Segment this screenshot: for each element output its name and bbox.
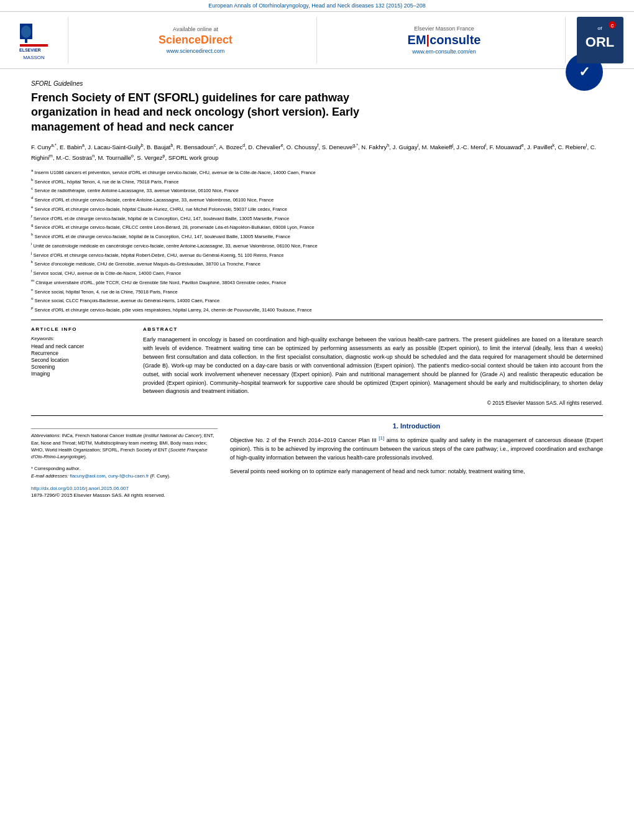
abbreviations-block: Abbreviations: INCa, French National Can… [31,428,218,460]
affil-d: d Service d'ORL et chirurgie cervico-fac… [31,195,603,203]
email-link-2[interactable]: cuny-f@chu-caen.fr [108,473,149,479]
bottom-section: Abbreviations: INCa, French National Can… [31,415,603,498]
svg-text:✓: ✓ [579,64,590,80]
doi-block: http://dx.doi.org/10.1016/j.anorl.2015.0… [31,486,218,491]
em-url: www.em-consulte.com/en [412,48,476,55]
kw-head-neck: Head and neck cancer [31,343,131,349]
svg-point-3 [21,25,31,38]
email-line: E-mail addresses: flacuny@aol.com, cuny-… [31,473,218,479]
intro-para-2: Several points need working on to optimi… [230,468,603,476]
svg-text:ELSEVIER: ELSEVIER [19,48,41,52]
intro-heading: 1. Introduction [230,422,603,430]
journal-header: European Annals of Otorhinolaryngology, … [0,0,634,12]
svg-text:of: of [597,25,602,31]
article-info-col: ARTICLE INFO Keywords: Head and neck can… [31,326,131,407]
abstract-text: Early management in oncology is based on… [143,336,603,397]
affil-g: g Service d'ORL et chirurgie cervico-fac… [31,222,603,231]
section-label: SFORL Guidelines [31,80,603,87]
keywords-label: Keywords: [31,336,131,341]
masson-label: MASSON [23,55,45,60]
footnotes-intro-section: Abbreviations: INCa, French National Can… [31,422,603,498]
orl-logo: of ORL C [577,17,623,63]
affil-k: k Service d'oncologie médicale, CHU de G… [31,259,603,267]
corresponding-text: * Corresponding author. [31,465,218,472]
publisher-strip: ELSEVIER MASSON Available online at Scie… [0,12,634,69]
journal-title-link[interactable]: European Annals of Otorhinolaryngology, … [208,2,426,9]
affil-o: o Service social, CLCC François-Baclesse… [31,295,603,304]
affil-n: n Service social, hôpital Tenon, 4, rue … [31,287,603,295]
sciencedirect-box: Available online at ScienceDirect www.sc… [75,17,317,63]
copyright-line: © 2015 Elsevier Masson SAS. All rights r… [143,400,603,406]
elsevier-masson-france-label: Elsevier Masson France [414,25,474,32]
corresponding-block: * Corresponding author. E-mail addresses… [31,465,218,479]
available-online-text: Available online at [173,26,218,32]
kw-recurrence: Recurrence [31,350,131,356]
kw-imaging: Imaging [31,371,131,377]
abstract-title: ABSTRACT [143,326,603,332]
issn-block: 1879-7296/© 2015 Elsevier Masson SAS. Al… [31,492,218,498]
sciencedirect-url: www.sciencedirect.com [167,48,225,54]
orl-logo-box: of ORL C [572,17,628,63]
kw-second-location: Second location [31,357,131,363]
article-info-title: ARTICLE INFO [31,326,131,332]
affil-f: f Service d'ORL et de chirurgie cervico-… [31,213,603,222]
intro-col: 1. Introduction Objective No. 2 of the F… [230,422,603,498]
affiliations-block: a Inserm U1086 cancers et prévention, se… [31,167,603,313]
authors-line: F. Cunya,*, E. Babina, J. Lacau-Saint-Gu… [31,142,603,162]
abbreviations-text: Abbreviations: INCa, French National Can… [31,432,218,460]
main-content: SFORL Guidelines ✓ French Society of ENT… [0,69,634,510]
orl-logo-svg: of ORL C [578,19,622,62]
intro-text-2: Several points need working on to optimi… [230,468,603,476]
affil-i: i Unité de cancérologie médicale en canc… [31,241,603,249]
email-link-1[interactable]: flacuny@aol.com [70,473,106,479]
abstract-col: ABSTRACT Early management in oncology is… [143,326,603,407]
em-brand: EM|consulte [408,33,481,47]
svg-text:C: C [610,24,613,28]
svg-rect-4 [25,38,27,43]
kw-screening: Screening [31,364,131,370]
affil-a: a Inserm U1086 cancers et prévention, se… [31,167,603,176]
affil-h: h Service d'ORL et de chirurgie cervico-… [31,231,603,240]
elsevier-logo-svg: ELSEVIER [17,21,51,55]
elsevier-masson-logo-box: ELSEVIER MASSON [6,17,68,63]
svg-rect-5 [20,44,48,47]
affil-e: e Service d'ORL et chirurgie cervico-fac… [31,204,603,213]
svg-text:ORL: ORL [586,34,614,50]
affil-l: l Service social, CHU, avenue de la Côte… [31,268,603,277]
affil-b: b Service d'ORL, hôpital Tenon, 4, rue d… [31,177,603,185]
info-abstract-section: ARTICLE INFO Keywords: Head and neck can… [31,326,603,407]
sciencedirect-brand: ScienceDirect [158,34,232,47]
affil-p: p Service d'ORL et chirurgie cervico-fac… [31,305,603,313]
article-title: French Society of ENT (SFORL) guidelines… [31,91,416,134]
affil-j: j Service d'ORL et chirurgie cervico-fac… [31,250,603,259]
affil-m: m Clinique universitaire d'ORL, pôle TCC… [31,277,603,286]
footnotes-col: Abbreviations: INCa, French National Can… [31,422,218,498]
em-consulte-box: Elsevier Masson France EM|consulte www.e… [323,17,566,63]
intro-text-1: Objective No. 2 of the French 2014–2019 … [230,435,603,463]
affil-c: c Service de radiothérapie, centre Antoi… [31,185,603,194]
affil-divider [31,320,603,320]
intro-para-1: Objective No. 2 of the French 2014–2019 … [230,435,603,463]
